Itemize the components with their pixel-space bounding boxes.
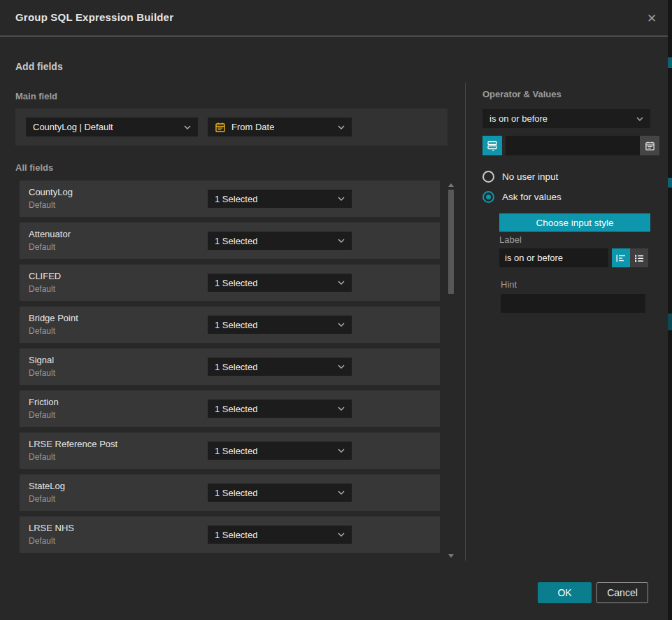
dialog-title: Group SQL Expression Builder — [15, 11, 173, 23]
main-dataset-dropdown[interactable]: CountyLog | Default — [26, 118, 198, 136]
screen: Group SQL Expression Builder ✕ Add field… — [0, 0, 672, 620]
group-sql-expression-builder-dialog: Group SQL Expression Builder ✕ Add field… — [0, 0, 668, 620]
operator-value: is on or before — [489, 113, 548, 124]
field-selected-dropdown[interactable]: 1 Selected — [208, 316, 352, 334]
field-name: CLIFED — [29, 271, 61, 281]
ok-button[interactable]: OK — [538, 582, 592, 603]
radio-no-user-input[interactable]: No user input — [482, 171, 558, 183]
main-dataset-value: CountyLog | Default — [33, 122, 113, 132]
field-name: StateLog — [29, 481, 65, 491]
field-selected-dropdown[interactable]: 1 Selected — [208, 442, 352, 460]
fields-scrollbar[interactable] — [448, 181, 454, 561]
add-fields-heading: Add fields — [15, 61, 63, 72]
all-fields-list: CountyLog Default 1 Selected Attenuator … — [20, 181, 440, 558]
field-row-statelog: StateLog Default 1 Selected — [20, 474, 440, 511]
radio-ask-for-values[interactable]: Ask for values — [482, 191, 562, 203]
main-field-panel: CountyLog | Default From Date — [15, 108, 448, 146]
field-type: Default — [29, 284, 55, 294]
chevron-down-icon — [338, 239, 345, 243]
panel-divider — [465, 83, 466, 561]
chevron-down-icon — [636, 117, 643, 121]
field-name: Bridge Point — [29, 313, 78, 323]
field-row-countylog: CountyLog Default 1 Selected — [20, 181, 440, 217]
chevron-down-icon — [338, 491, 345, 495]
field-type: Default — [29, 242, 55, 252]
field-type: Default — [29, 536, 55, 546]
chevron-down-icon — [338, 533, 345, 537]
field-type: Default — [29, 452, 55, 462]
text-align-left-icon[interactable] — [612, 248, 630, 267]
operator-values-heading: Operator & Values — [482, 89, 562, 99]
hint-input[interactable] — [501, 294, 645, 313]
main-field-dropdown[interactable]: From Date — [208, 118, 352, 136]
cancel-button[interactable]: Cancel — [596, 582, 648, 603]
close-icon[interactable]: ✕ — [644, 10, 659, 26]
operator-dropdown[interactable]: is on or before — [482, 109, 650, 128]
field-name: LRSE NHS — [29, 523, 74, 533]
field-selected-dropdown[interactable]: 1 Selected — [208, 484, 352, 502]
value-date-input[interactable] — [506, 136, 640, 155]
field-selected-value: 1 Selected — [215, 446, 257, 456]
chevron-down-icon — [338, 365, 345, 369]
field-selected-dropdown[interactable]: 1 Selected — [208, 274, 352, 292]
field-selected-dropdown[interactable]: 1 Selected — [208, 358, 352, 376]
unique-values-icon[interactable] — [482, 136, 502, 155]
background-app-sliver — [668, 0, 672, 620]
calendar-date-icon — [215, 122, 226, 133]
field-selected-value: 1 Selected — [215, 278, 257, 288]
field-selected-value: 1 Selected — [215, 194, 257, 204]
field-row-signal: Signal Default 1 Selected — [20, 348, 440, 385]
chevron-down-icon — [338, 449, 345, 453]
field-selected-dropdown[interactable]: 1 Selected — [208, 400, 352, 418]
scrollbar-thumb[interactable] — [448, 190, 454, 294]
value-input-row — [482, 136, 650, 155]
field-selected-value: 1 Selected — [215, 320, 257, 330]
field-row-lrse-nhs: LRSE NHS Default 1 Selected — [20, 516, 440, 553]
chevron-down-icon — [338, 125, 345, 129]
field-selected-value: 1 Selected — [215, 362, 257, 372]
field-row-attenuator: Attenuator Default 1 Selected — [20, 223, 440, 259]
hint-caption: Hint — [501, 279, 517, 290]
label-input[interactable] — [499, 248, 608, 267]
radio-label: No user input — [502, 171, 558, 182]
field-type: Default — [29, 368, 55, 378]
field-selected-dropdown[interactable]: 1 Selected — [208, 232, 352, 250]
dialog-title-bar: Group SQL Expression Builder ✕ — [0, 0, 668, 36]
chevron-down-icon — [338, 197, 345, 201]
field-name: LRSE Reference Post — [29, 439, 117, 449]
field-row-friction: Friction Default 1 Selected — [20, 390, 440, 427]
field-row-lrse-reference-post: LRSE Reference Post Default 1 Selected — [20, 432, 440, 469]
field-name: Friction — [29, 397, 59, 407]
field-name: Attenuator — [29, 229, 71, 239]
choose-input-style-button[interactable]: Choose input style — [499, 213, 650, 232]
field-selected-dropdown[interactable]: 1 Selected — [208, 190, 352, 208]
field-selected-value: 1 Selected — [215, 404, 257, 414]
all-fields-heading: All fields — [15, 162, 53, 173]
background-accent — [668, 57, 672, 68]
chevron-down-icon — [338, 323, 345, 327]
radio-circle-checked-icon — [482, 191, 494, 203]
field-type: Default — [29, 326, 55, 336]
label-input-row — [499, 248, 648, 267]
radio-circle-icon — [482, 171, 494, 183]
scroll-down-icon[interactable] — [448, 554, 454, 558]
field-type: Default — [29, 200, 55, 210]
background-accent — [668, 313, 672, 330]
calendar-icon[interactable] — [640, 136, 659, 155]
chevron-down-icon — [184, 125, 191, 129]
field-selected-dropdown[interactable]: 1 Selected — [208, 526, 352, 544]
field-selected-value: 1 Selected — [215, 236, 257, 246]
chevron-down-icon — [338, 281, 345, 285]
label-caption: Label — [499, 234, 522, 245]
background-accent — [668, 178, 672, 188]
radio-label: Ask for values — [502, 192, 562, 202]
chevron-down-icon — [338, 407, 345, 411]
field-row-clifed: CLIFED Default 1 Selected — [20, 265, 440, 301]
scroll-up-icon[interactable] — [448, 183, 454, 187]
bulleted-list-icon[interactable] — [630, 248, 648, 267]
field-name: Signal — [29, 355, 54, 365]
field-type: Default — [29, 410, 55, 420]
field-selected-value: 1 Selected — [215, 530, 257, 540]
field-name: CountyLog — [29, 187, 73, 197]
main-field-value: From Date — [231, 122, 274, 132]
